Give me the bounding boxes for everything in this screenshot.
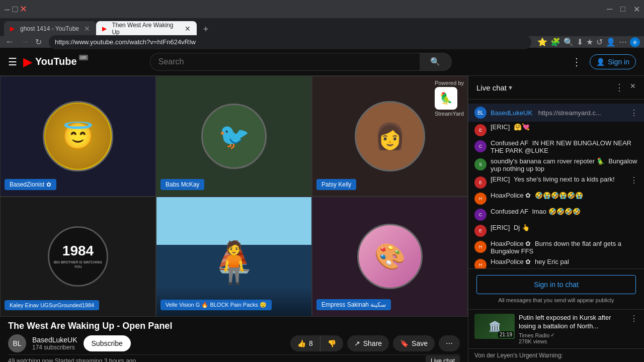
chat-avatar-5: H [474, 193, 487, 205]
tab-ghost1414[interactable]: ▶ ghost 1414 - YouTube ✕ [4, 21, 96, 36]
yt-logo-icon: ▶ [23, 55, 32, 69]
chat-title: Live chat [476, 83, 507, 92]
like-button[interactable]: 👍 8 [290, 335, 320, 351]
chat-more-options-icon[interactable]: ⋮ [615, 82, 624, 93]
channel-avatar[interactable]: BL [8, 334, 26, 352]
chat-username-1[interactable]: [ERIC] [491, 123, 510, 131]
chat-username-9[interactable]: HoaxPolice ✿ [491, 258, 531, 265]
name-badge-basedzionist: BasedZionist ✿ [5, 179, 56, 190]
chat-sign-in-note: All messages that you send will appear p… [476, 297, 636, 303]
tab-favicon-2: ▶ [102, 25, 109, 32]
streamyard-logo: 🦜 [435, 87, 457, 110]
close-btn[interactable]: ✕ [20, 6, 26, 12]
yt-logo-text: YouTube [35, 56, 77, 67]
youtube-header: ☰ ▶ YouTube GR 🔍 ⋮ 👤 Sign in [0, 48, 644, 76]
chat-dropdown-icon[interactable]: ▾ [509, 83, 512, 92]
rec-title: Putin left exposed in Kursk after losing… [519, 314, 626, 331]
avatar-basedzionist: 😇 [43, 101, 113, 171]
tab-close-1[interactable]: ✕ [84, 25, 90, 33]
chat-messages-list: BL BasedLukeUK https://streamyard.c... ⋮… [468, 100, 644, 268]
chat-message-2: C Confused AF IN HER NEW BUNGALOW NEAR T… [468, 138, 644, 156]
chat-username-3[interactable]: soundly's banana cam rover repoter 🦜 [491, 157, 605, 165]
download-icon[interactable]: ⬇ [577, 37, 583, 47]
url-text: https://www.youtube.com/watch?v=hIFn624v… [55, 38, 196, 46]
chat-username-0[interactable]: BasedLukeUK [491, 109, 532, 117]
chat-text-4: Yes she's living next to a kids park! [514, 175, 615, 183]
new-tab-button[interactable]: + [199, 22, 213, 36]
more-actions-button[interactable]: ⋯ [439, 335, 460, 351]
name-badge-patsykelly: Patsy Kelly [316, 179, 356, 190]
back-button[interactable]: ← [4, 37, 15, 47]
bookmarks-icon[interactable]: ⭐ [537, 37, 547, 47]
participant-tile-babsmckay: 🐦 Babs McKay [156, 76, 312, 197]
tab-westwaking[interactable]: ▶ Then West Are Waking Up ✕ [96, 21, 197, 36]
chat-text-5: 🤣😭🤣😭🤣😭 [535, 192, 583, 199]
subscribers-count: 174 subscribers [32, 344, 77, 351]
yt-badge: GR [79, 55, 88, 60]
save-button[interactable]: 🔖 Save [393, 335, 435, 351]
chat-avatar-1: E [474, 124, 487, 136]
video-section: Powered by 🦜 StreamYard 😇 BasedZionist ✿… [0, 76, 468, 362]
chat-username-5[interactable]: HoaxPolice ✿ [491, 192, 531, 199]
edge-icon: e [630, 37, 640, 47]
channel-name[interactable]: BasedLukeUK [32, 336, 77, 344]
extensions-icon[interactable]: 🧩 [550, 37, 560, 47]
chat-more-btn-0[interactable]: ⋮ [630, 108, 638, 118]
title-bar: – □ ✕ ─ □ ✕ [0, 0, 644, 18]
close-icon[interactable]: ✕ [633, 5, 640, 14]
recommendation-item[interactable]: 🏛️ 21:19 Putin left exposed in Kursk aft… [468, 309, 644, 348]
forward-button[interactable]: → [19, 37, 30, 47]
chat-username-2[interactable]: Confused AF [491, 139, 528, 147]
chat-username-8[interactable]: HoaxPolice ✿ [491, 240, 531, 247]
sign-in-label: Sign in [608, 58, 629, 66]
search-button[interactable]: 🔍 [420, 53, 452, 71]
minimize-icon[interactable]: ─ [607, 5, 612, 14]
action-buttons: 👍 8 👎 ↗ Share 🔖 Save [290, 335, 460, 351]
chat-username-6[interactable]: Confused AF [491, 208, 528, 215]
chat-more-btn-4[interactable]: ⋮ [630, 175, 638, 185]
search-input[interactable] [150, 53, 420, 71]
save-icon: 🔖 [400, 339, 409, 347]
dislike-button[interactable]: 👎 [320, 335, 343, 351]
url-bar[interactable]: https://www.youtube.com/watch?v=hIFn624v… [49, 35, 531, 49]
rec-next-item[interactable]: Von der Leyen's Urgent Warning: [468, 348, 644, 362]
share-button[interactable]: ↗ Share [347, 335, 389, 351]
chat-username-7[interactable]: [ERIC] [491, 224, 510, 231]
thumbs-down-icon: 👎 [328, 339, 336, 347]
search-ext-icon[interactable]: 🔍 [564, 37, 574, 47]
restore-icon[interactable]: □ [620, 5, 625, 14]
more-options-icon[interactable]: ⋮ [568, 53, 586, 71]
video-info: The West Are Waking Up - Open Panel BL B… [0, 317, 468, 362]
profile-icon[interactable]: 👤 [606, 37, 616, 47]
powered-by-text: Powered by [435, 80, 464, 86]
subscribe-button[interactable]: Subscribe [84, 335, 131, 351]
header-right-actions: ⋮ 👤 Sign in [568, 53, 636, 71]
rec-more-button[interactable]: ⋮ [630, 314, 638, 323]
tab-favicon-1: ▶ [10, 25, 17, 32]
chat-avatar-9: H [474, 259, 487, 268]
chat-close-icon[interactable]: ✕ [630, 82, 636, 93]
favorites-icon[interactable]: ★ [586, 37, 593, 47]
sync-icon[interactable]: ↺ [596, 37, 603, 47]
more-tools-icon[interactable]: ⋯ [619, 37, 627, 47]
reload-button[interactable]: ↻ [34, 37, 43, 47]
sign-in-button[interactable]: 👤 Sign in [590, 54, 636, 69]
tab-close-2[interactable]: ✕ [185, 25, 191, 33]
chat-avatar-4: E [474, 176, 487, 189]
tab-title-2: Then West Are Waking Up [112, 22, 180, 36]
participant-tile-empresssakinah: 🎨 Empress Sakinah سكينة [312, 197, 468, 317]
chat-avatar-6: C [474, 209, 487, 221]
live-chat-tab[interactable]: Live chat [426, 357, 460, 362]
chat-avatar-basedlukeuk: BL [474, 107, 487, 119]
hamburger-menu-icon[interactable]: ☰ [8, 56, 17, 68]
chat-sign-in-button[interactable]: Sign in to chat [476, 275, 636, 294]
minimize-btn[interactable]: – [4, 6, 10, 12]
participant-tile-basedzionist: 😇 BasedZionist ✿ [0, 76, 156, 197]
avatar-empresssakinah: 🎨 [357, 224, 423, 289]
maximize-btn[interactable]: □ [12, 6, 18, 12]
rec-views: 278K views [519, 338, 626, 344]
youtube-logo[interactable]: ☰ ▶ YouTube GR [8, 55, 88, 69]
share-icon: ↗ [354, 339, 360, 347]
chat-username-4[interactable]: [ERIC] [491, 175, 510, 183]
chat-message-5: H HoaxPolice ✿ 🤣😭🤣😭🤣😭 [468, 190, 644, 206]
